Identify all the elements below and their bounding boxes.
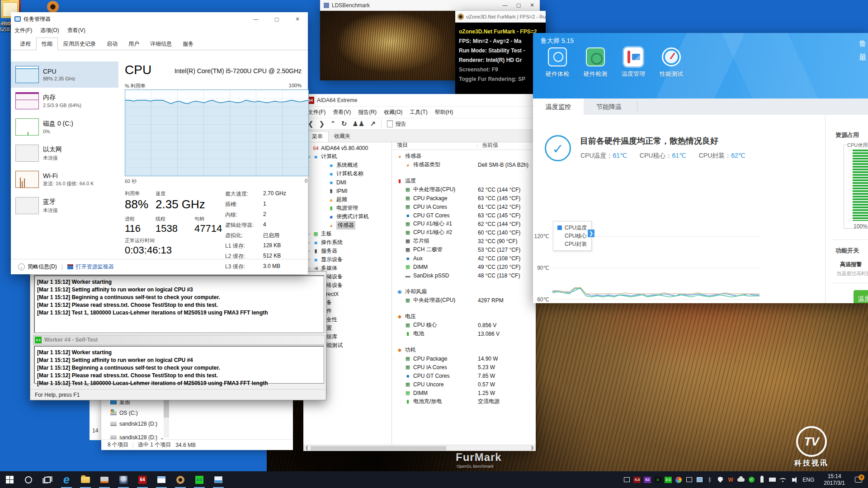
tray-icon[interactable]: W bbox=[727, 471, 734, 488]
aida64-menu-item[interactable]: 查看(V) bbox=[333, 108, 351, 116]
taskbar-app-icon[interactable]: e bbox=[57, 471, 76, 488]
users-icon[interactable]: ♟♟ bbox=[352, 120, 364, 128]
ldsbenchmark-titlebar[interactable]: LDSBenchmark — ▢ ✕ bbox=[320, 0, 540, 11]
ludashi-header[interactable]: 鲁大师 5.15 鲁 最 硬件体检 硬件检测 温度管理 bbox=[533, 33, 868, 99]
sensor-row[interactable]: ▦ 中央处理器(CPU) 62 °CC (144 °CF) bbox=[392, 185, 536, 194]
sensor-row[interactable]: ▦ 中央处理器(CPU) 4297 RPM bbox=[392, 296, 536, 305]
sensor-row[interactable] bbox=[392, 280, 536, 287]
scrollbar-thumb[interactable] bbox=[311, 446, 446, 450]
vertical-scrollbar[interactable] bbox=[164, 398, 169, 437]
tray-icon[interactable] bbox=[737, 471, 745, 488]
sensor-row[interactable]: ▦ CPU Package 63 °CC (145 °CF) bbox=[392, 194, 536, 202]
sensor-row[interactable]: ▦ CPU Uncore 0.57 W bbox=[392, 380, 536, 389]
sensor-row[interactable] bbox=[392, 169, 536, 177]
tab[interactable]: 性能 bbox=[36, 38, 58, 50]
tray-icon[interactable]: ≈ bbox=[654, 471, 661, 488]
aida64-tree-item[interactable]: ▮ 电源管理 bbox=[303, 204, 392, 212]
tray-icon[interactable] bbox=[685, 471, 693, 488]
aida64-tree-item[interactable]: ■ 计算机名称 bbox=[303, 169, 392, 178]
taskbar-app-icon[interactable] bbox=[38, 471, 57, 488]
task-manager-titlebar[interactable]: 任务管理器 — ▢ ✕ bbox=[11, 12, 308, 26]
tab[interactable]: 用户 bbox=[123, 38, 145, 50]
aida64-tree-item[interactable]: › ■ 操作系统 bbox=[303, 238, 392, 247]
forward-icon[interactable]: ❯ bbox=[319, 120, 325, 128]
aida64-tree-item[interactable]: ∨ ■ 计算机 bbox=[303, 152, 392, 161]
sidebar-item[interactable]: Wi-Fi 发送: 16.0 接收: 64.0 K bbox=[11, 166, 118, 192]
aida64-menu-item[interactable]: 帮助(H) bbox=[435, 108, 453, 116]
aida64-tree-item[interactable]: › ▦ 主板 bbox=[303, 230, 392, 238]
sensor-row[interactable]: ◆ 电压 bbox=[392, 312, 536, 321]
action-center-button[interactable]: 9 bbox=[852, 471, 865, 488]
refresh-icon[interactable]: ↻ bbox=[341, 120, 347, 128]
close-button[interactable]: ✕ bbox=[525, 0, 539, 10]
sensor-row[interactable]: ◆ 功耗 bbox=[392, 346, 536, 354]
sensor-row[interactable] bbox=[392, 338, 536, 346]
aida64-menu-item[interactable]: 工具(T) bbox=[410, 108, 427, 116]
tray-icon[interactable] bbox=[789, 471, 797, 488]
tray-icon[interactable]: ᛒ bbox=[706, 471, 713, 488]
aida64-tree-item[interactable]: 64 AIDA64 v5.80.4000 bbox=[303, 144, 392, 152]
sensor-row[interactable]: ■ Aux 42 °CC (108 °CF) bbox=[392, 254, 536, 263]
tab[interactable]: 详细信息 bbox=[145, 38, 177, 50]
aida64-tab[interactable]: 菜单 bbox=[306, 131, 329, 142]
language-indicator[interactable]: ENG bbox=[800, 477, 817, 483]
tray-icon[interactable] bbox=[717, 471, 724, 488]
horizontal-scrollbar[interactable]: ❮ ❯ bbox=[303, 445, 536, 451]
sensor-row[interactable]: ▦ DIMM 49 °CC (120 °CF) bbox=[392, 263, 536, 271]
ludashi-nav-item[interactable]: 性能测试 bbox=[652, 46, 690, 78]
aida64-tree-item[interactable]: ■ 便携式计算机 bbox=[303, 212, 392, 221]
aida64-tree-item[interactable]: ■ 系统概述 bbox=[303, 161, 392, 169]
report-button[interactable]: 报告 bbox=[387, 120, 406, 128]
taskbar-app-icon[interactable] bbox=[171, 471, 190, 488]
taskbar-app-icon[interactable]: 64 bbox=[133, 471, 152, 488]
aida64-menu-item[interactable]: 收藏(O) bbox=[384, 108, 402, 116]
sensor-row[interactable]: ▦ CPU IA Cores 5.23 W bbox=[392, 363, 536, 371]
tray-icon[interactable] bbox=[675, 471, 682, 488]
sensor-row[interactable]: ◕ 传感器 bbox=[392, 152, 536, 160]
sensor-row[interactable] bbox=[392, 305, 536, 312]
aida64-tree-item[interactable]: ◕ 传感器 bbox=[303, 221, 392, 230]
worker4-log[interactable]: [Mar 1 15:12] Worker starting[Mar 1 15:1… bbox=[34, 346, 324, 384]
tray-icon[interactable]: 2-1 bbox=[665, 471, 672, 488]
sidebar-item[interactable]: 内存 2.5/3.9 GB (64%) bbox=[11, 88, 118, 114]
legend-entry[interactable]: CPU温度 bbox=[557, 224, 591, 232]
taskbar-app-icon[interactable]: 2-1 bbox=[190, 471, 209, 488]
column-header-value[interactable]: 当前值 bbox=[477, 141, 498, 149]
tray-icon[interactable]: 62 bbox=[644, 471, 651, 488]
tab[interactable]: 进程 bbox=[14, 38, 36, 50]
chart-icon[interactable]: ↗ bbox=[370, 120, 376, 128]
ludashi-tab[interactable]: 温度监控 bbox=[533, 99, 584, 115]
aida64-menu-item[interactable]: 文件(F) bbox=[308, 108, 326, 116]
aida64-tree-item[interactable]: › ■ 显示设备 bbox=[303, 255, 392, 264]
taskbar-app-icon[interactable] bbox=[95, 471, 114, 488]
minimize-button[interactable]: — bbox=[498, 0, 512, 10]
sensor-row[interactable]: ■ CPU GT Cores 7.85 W bbox=[392, 371, 536, 380]
up-icon[interactable]: ⌃ bbox=[330, 120, 336, 128]
tab[interactable]: 启动 bbox=[101, 38, 123, 50]
ludashi-nav-item[interactable]: 硬件体检 bbox=[538, 46, 576, 78]
tray-icon[interactable] bbox=[696, 471, 703, 488]
sensor-row[interactable]: ▦ CPU Package 14.90 W bbox=[392, 354, 536, 363]
taskbar-app-icon[interactable] bbox=[76, 471, 95, 488]
minimize-button[interactable]: — bbox=[245, 12, 266, 26]
aida64-titlebar[interactable]: 64 AIDA64 Extreme bbox=[303, 94, 536, 107]
tray-icon[interactable] bbox=[758, 471, 765, 488]
sidebar-item[interactable]: 磁盘 0 (C:) 0% bbox=[11, 114, 118, 140]
tray-icon[interactable] bbox=[779, 471, 786, 488]
sensor-row[interactable]: ▦ PCH 二极管 53 °CC (127 °CF) bbox=[392, 245, 536, 254]
maximize-button[interactable]: ▢ bbox=[512, 0, 525, 10]
fewer-details-button[interactable]: 简略信息(D) bbox=[28, 263, 57, 271]
stress-test-button[interactable]: 温度压力测试 bbox=[854, 290, 868, 303]
sensor-row[interactable]: ▦ 芯片组 32 °CC (90 °CF) bbox=[392, 237, 536, 245]
tray-icon[interactable]: 4.3 bbox=[633, 471, 641, 488]
sensor-row[interactable]: ◉ 冷却风扇 bbox=[392, 287, 536, 296]
sensor-row[interactable]: ▮ 温度 bbox=[392, 177, 536, 185]
sidebar-item[interactable]: 蓝牙 未连接 bbox=[11, 192, 118, 219]
sensor-row[interactable]: ▮ 电池充/放电 交流电源 bbox=[392, 397, 536, 406]
column-header-item[interactable]: 项目 bbox=[392, 141, 477, 149]
clock[interactable]: 15:14 2017/3/1 bbox=[820, 473, 849, 487]
taskbar-app-icon[interactable] bbox=[0, 471, 19, 488]
sidebar-item[interactable]: CPU 88% 2.35 GHz bbox=[11, 61, 118, 88]
explorer-nav-item[interactable]: OS (C:) bbox=[101, 408, 169, 418]
aida64-menu-item[interactable]: 报告(R) bbox=[358, 108, 377, 116]
